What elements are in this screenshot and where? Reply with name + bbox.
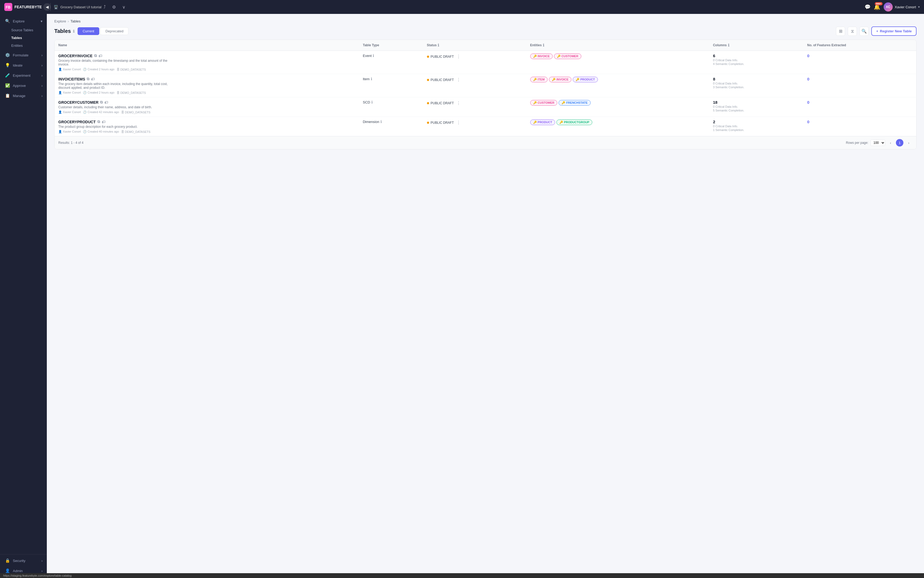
copy-icon[interactable]: ⧉	[87, 77, 89, 81]
help-icon[interactable]: ℹ	[73, 29, 74, 33]
status-cell: PUBLIC DRAFT ⋮	[423, 51, 527, 74]
status-dot	[427, 55, 429, 58]
feature-count[interactable]: 0	[807, 100, 809, 104]
explore-chevron-icon: ▾	[41, 19, 42, 23]
columns-cell: 18 0 Critical Data Info. 5 Semantic Comp…	[709, 97, 804, 117]
tables-container: Name Table Type	[54, 40, 916, 149]
filter-button[interactable]: ⧖	[848, 27, 857, 36]
type-badge: Item ℹ	[363, 77, 419, 81]
entity-tag[interactable]: 🔑 PRODUCTGROUP	[556, 120, 592, 125]
status-more-button[interactable]: ⋮	[455, 120, 462, 126]
status-cell: PUBLIC DRAFT ⋮	[423, 117, 527, 136]
user-menu-button[interactable]: XC Xavier Conort ▾	[883, 2, 920, 11]
top-breadcrumb: 🖥️ Grocery Dataset UI tutorial	[54, 5, 101, 9]
entity-tag[interactable]: 🔑 INVOICE	[530, 54, 553, 59]
notification-badge: 999+	[875, 2, 882, 5]
tab-current[interactable]: Current	[78, 27, 99, 35]
semantic-completion: 4 Semantic Completion.	[713, 62, 800, 65]
status-more-button[interactable]: ⋮	[455, 100, 462, 106]
entity-tag[interactable]: 🔑 PRODUCT	[573, 77, 598, 82]
sidebar-item-explore[interactable]: 🔍 Explore ▾	[0, 16, 47, 26]
sidebar-group-explore: 🔍 Explore ▾ Source Tables Tables	[0, 16, 47, 49]
page-title: Tables ℹ	[54, 28, 74, 34]
feature-count[interactable]: 0	[807, 120, 809, 124]
experiment-icon: 🧪	[5, 73, 10, 78]
th-status: Status ℹ	[423, 40, 527, 51]
prev-page-button[interactable]: ‹	[887, 139, 894, 146]
table-type-cell: Event ℹ	[359, 51, 423, 74]
status-more-button[interactable]: ⋮	[455, 54, 462, 60]
table-name[interactable]: GROCERYCUSTOMER ⧉ 🏷	[58, 100, 355, 104]
creator-meta: 👤 Xavier Conort	[58, 110, 81, 114]
entity-tag[interactable]: 🔑 PRODUCT	[530, 120, 555, 125]
ideate-label: Ideate	[13, 63, 23, 67]
sidebar-item-formulate[interactable]: ⚙️ Formulate ›	[0, 50, 47, 60]
breadcrumb-explore-link[interactable]: Explore	[54, 19, 66, 23]
entity-tag[interactable]: 🔑 FRENCHSTATE	[559, 100, 591, 106]
critical-data-info: 0 Critical Data Info.	[713, 125, 800, 128]
entities-label: Entities	[11, 44, 23, 47]
entity-tag[interactable]: 🔑 CUSTOMER	[530, 100, 558, 106]
columns-help-icon: ℹ	[728, 43, 729, 47]
sidebar-item-tables[interactable]: Tables	[0, 34, 47, 42]
table-name[interactable]: GROCERYPRODUCT ⧉ 🏷	[58, 120, 355, 124]
table-name[interactable]: INVOICEITEMS ⧉ 🏷	[58, 77, 355, 81]
formulate-icon: ⚙️	[5, 53, 10, 57]
page-1-button[interactable]: 1	[896, 139, 903, 146]
status-help-icon: ℹ	[438, 43, 439, 47]
settings-button[interactable]: ⚙	[110, 3, 118, 11]
sidebar-item-entities[interactable]: Entities	[0, 42, 47, 49]
sidebar-item-approve[interactable]: ✅ Approve ›	[0, 81, 47, 91]
copy-icon[interactable]: ⧉	[98, 120, 100, 124]
features-cell: 0	[804, 51, 916, 74]
entity-tag[interactable]: 🔑 CUSTOMER	[554, 54, 581, 59]
entity-tags: 🔑 INVOICE🔑 CUSTOMER	[530, 54, 706, 59]
sidebar-item-experiment[interactable]: 🧪 Experiment ›	[0, 70, 47, 81]
notification-button[interactable]: 🔔 999+	[874, 4, 880, 10]
tag-icon[interactable]: 🏷	[98, 54, 102, 58]
sidebar-item-manage[interactable]: 📋 Manage ›	[0, 91, 47, 101]
sidebar-item-security[interactable]: 🔒 Security ›	[0, 555, 47, 566]
share-button[interactable]: ⤴	[101, 3, 108, 10]
register-table-button[interactable]: + Register New Table	[871, 26, 916, 36]
tag-icon[interactable]: 🏷	[91, 77, 95, 81]
admin-chevron-icon: ›	[41, 569, 42, 573]
copy-icon[interactable]: ⧉	[94, 54, 97, 58]
type-help-icon: ℹ	[381, 120, 382, 124]
chat-button[interactable]: 💬	[865, 4, 870, 10]
sidebar-item-ideate[interactable]: 💡 Ideate ›	[0, 60, 47, 70]
grid-view-button[interactable]: ⊞	[836, 27, 845, 36]
table-row: GROCERYCUSTOMER ⧉ 🏷 Customer details, in…	[55, 97, 916, 117]
rows-per-page-select[interactable]: 100 50 25	[870, 140, 885, 146]
entities-cell: 🔑 PRODUCT🔑 PRODUCTGROUP	[527, 117, 709, 136]
th-columns: Columns ℹ	[709, 40, 804, 51]
monitor-icon: 🖥️	[54, 5, 58, 9]
table-type-cell: SCD ℹ	[359, 97, 423, 117]
status-cell: PUBLIC DRAFT ⋮	[423, 97, 527, 117]
security-chevron-icon: ›	[41, 559, 42, 563]
more-button[interactable]: ∨	[120, 3, 128, 11]
next-page-button[interactable]: ›	[905, 139, 913, 146]
type-badge: SCD ℹ	[363, 100, 419, 104]
feature-count[interactable]: 0	[807, 54, 809, 58]
tab-deprecated[interactable]: Deprecated	[100, 27, 129, 35]
logo: FB FEATUREBYTE	[4, 3, 42, 11]
status-more-button[interactable]: ⋮	[455, 77, 462, 83]
search-button[interactable]: 🔍	[859, 27, 869, 36]
tag-icon[interactable]: 🏷	[104, 100, 108, 104]
entity-tags: 🔑 ITEM🔑 INVOICE🔑 PRODUCT	[530, 77, 706, 82]
tag-icon[interactable]: 🏷	[102, 120, 106, 124]
status-cell: PUBLIC DRAFT ⋮	[423, 74, 527, 97]
entity-tag[interactable]: 🔑 ITEM	[530, 77, 548, 82]
source-tables-label: Source Tables	[11, 28, 33, 32]
entity-tag[interactable]: 🔑 INVOICE	[549, 77, 571, 82]
feature-count[interactable]: 0	[807, 77, 809, 81]
experiment-label: Experiment	[13, 73, 31, 78]
entity-tags: 🔑 PRODUCT🔑 PRODUCTGROUP	[530, 120, 706, 125]
table-name-cell: GROCERYINVOICE ⧉ 🏷 Grocery invoice detai…	[55, 51, 359, 74]
critical-data-info: 0 Critical Data Info.	[713, 82, 800, 85]
copy-icon[interactable]: ⧉	[100, 100, 103, 104]
status-dot	[427, 122, 429, 124]
sidebar-item-source-tables[interactable]: Source Tables	[0, 26, 47, 34]
table-name[interactable]: GROCERYINVOICE ⧉ 🏷	[58, 54, 355, 58]
